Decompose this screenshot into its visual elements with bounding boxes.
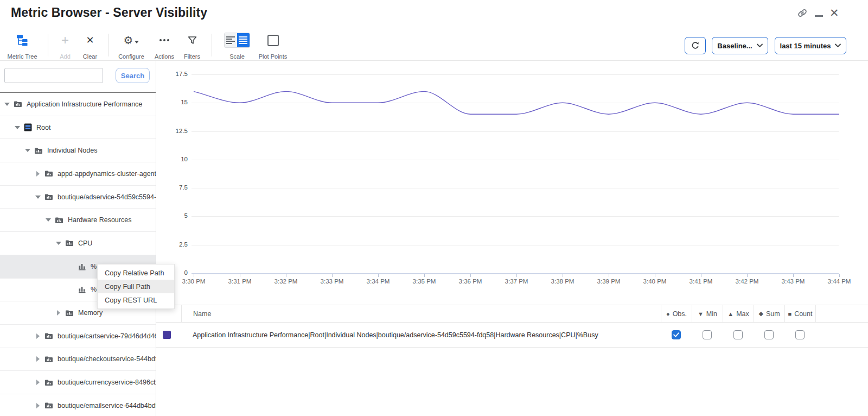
refresh-button[interactable] xyxy=(685,37,706,54)
metric-tree-button[interactable]: Metric Tree xyxy=(5,31,39,60)
caret-down-icon[interactable] xyxy=(3,103,11,106)
search-button[interactable]: Search xyxy=(116,68,150,83)
tree-item-root[interactable]: Root xyxy=(0,116,156,140)
gear-icon: ⚙ xyxy=(124,31,139,49)
caret-right-icon[interactable] xyxy=(34,380,42,385)
configure-button[interactable]: ⚙ Configure xyxy=(115,31,148,60)
obs-checkbox[interactable] xyxy=(672,330,681,339)
toolbar-separator xyxy=(212,34,212,56)
scale-log-icon-selected[interactable] xyxy=(237,33,250,47)
plot-points-box[interactable] xyxy=(267,35,279,46)
folder-chart-icon xyxy=(44,379,53,386)
sum-checkbox[interactable] xyxy=(764,330,774,339)
tree-item-appd-appdynamics-cluster-agent-app[interactable]: appd-appdynamics-cluster-agent-app xyxy=(0,162,156,186)
add-label: Add xyxy=(60,53,71,60)
folder-chart-icon xyxy=(55,217,63,224)
plot-points-checkbox[interactable]: Plot Points xyxy=(255,31,291,60)
caret-down-icon[interactable] xyxy=(24,149,31,152)
max-checkbox[interactable] xyxy=(733,330,743,339)
toolbar-separator xyxy=(108,34,109,56)
actions-label: Actions xyxy=(155,53,174,60)
caret-down-icon[interactable] xyxy=(34,196,42,199)
header-tail-cell xyxy=(815,305,868,322)
funnel-icon xyxy=(188,31,197,49)
tree-item-label: Hardware Resources xyxy=(68,216,131,224)
chart-line-series xyxy=(194,91,839,114)
metric-chart: 02.557.51012.51517.53:30 PM3:31 PM3:32 P… xyxy=(156,61,868,305)
count-checkbox[interactable] xyxy=(795,330,805,339)
tree-item-label: Individual Nodes xyxy=(47,147,97,154)
caret-right-icon[interactable] xyxy=(34,171,42,177)
caret-down-icon[interactable] xyxy=(14,126,21,129)
folder-chart-icon xyxy=(44,332,53,339)
min-glyph-icon: ▼ xyxy=(698,311,704,317)
add-icon: + xyxy=(61,31,69,49)
toolbar-separator xyxy=(48,34,48,56)
scale-linear-icon[interactable] xyxy=(225,33,237,47)
filters-label: Filters xyxy=(184,53,200,60)
clear-icon: ✕ xyxy=(86,31,94,49)
metric-path-text: Application Infrastructure Performance|R… xyxy=(181,331,661,339)
caret-down-icon[interactable] xyxy=(55,242,62,245)
clear-button[interactable]: ✕ Clear xyxy=(79,31,101,60)
metric-browser-window: { "window": { "title": "Metric Browser -… xyxy=(0,0,868,416)
ellipsis-icon xyxy=(159,31,169,49)
caret-right-icon[interactable] xyxy=(55,310,62,316)
column-header-count: ■Count xyxy=(784,305,815,322)
configure-label: Configure xyxy=(118,53,144,60)
folder-chart-icon xyxy=(14,100,22,108)
tree-item-hardware-resources[interactable]: Hardware Resources xyxy=(0,209,156,232)
tree-item-label: Application Infrastructure Performance xyxy=(27,100,142,108)
menu-item-copy-rest-url[interactable]: Copy REST URL xyxy=(98,293,174,307)
tree-item-boutique-cartservice-79d46d4d46-9b[interactable]: boutique/cartservice-79d46d4d46-9b xyxy=(0,325,156,348)
obs-glyph-icon: ● xyxy=(666,311,670,317)
min-checkbox[interactable] xyxy=(703,330,712,339)
tree-item-label: boutique/currencyservice-8496cb5c7 xyxy=(58,379,156,386)
tree-item-label: boutique/checkoutservice-544bdf649 xyxy=(58,355,156,363)
root-icon xyxy=(24,123,32,131)
baseline-dropdown[interactable]: Baseline... xyxy=(712,37,768,54)
metric-tree-icon xyxy=(16,31,29,49)
caret-down-icon[interactable] xyxy=(44,218,52,222)
series-color-swatch xyxy=(163,331,171,339)
tree-item-individual-nodes[interactable]: Individual Nodes xyxy=(0,139,156,162)
search-input[interactable] xyxy=(4,68,103,83)
count-glyph-icon: ■ xyxy=(788,311,792,317)
caret-right-icon[interactable] xyxy=(34,356,42,362)
tree-item-label: boutique/emailservice-644db4bdf8-lc xyxy=(58,402,156,409)
metric-tree-label: Metric Tree xyxy=(7,53,37,60)
tree-item-cpu[interactable]: CPU xyxy=(0,232,156,255)
time-range-dropdown[interactable]: last 15 minutes xyxy=(775,37,846,54)
tree-item-boutique-adservice-54d59c5594-fdq5[interactable]: boutique/adservice-54d59c5594-fdq5 xyxy=(0,186,156,209)
clear-label: Clear xyxy=(83,53,97,60)
tree-item-label: CPU xyxy=(78,239,92,247)
tree-item-boutique-emailservice-644db4bdf8-lc[interactable]: boutique/emailservice-644db4bdf8-lc xyxy=(0,394,156,416)
menu-item-copy-relative-path[interactable]: Copy Relative Path xyxy=(98,266,174,280)
folder-chart-icon xyxy=(44,170,53,177)
chevron-down-icon xyxy=(835,43,841,48)
tree-item-label: boutique/cartservice-79d46d4d46-9b xyxy=(58,332,156,340)
column-header-max: ▲Max xyxy=(723,305,754,322)
folder-chart-icon xyxy=(34,147,43,154)
actions-button[interactable]: Actions xyxy=(150,31,179,60)
tree-item-label: boutique/adservice-54d59c5594-fdq5 xyxy=(58,193,156,201)
close-icon[interactable]: ✕ xyxy=(829,7,839,20)
link-icon[interactable] xyxy=(796,7,808,21)
tree-item-label: appd-appdynamics-cluster-agent-app xyxy=(58,170,156,178)
tree-item-application-infrastructure-performance[interactable]: Application Infrastructure Performance xyxy=(0,93,156,116)
time-range-dropdown-label: last 15 minutes xyxy=(780,42,831,50)
minimize-icon[interactable] xyxy=(815,15,823,17)
caret-right-icon[interactable] xyxy=(34,333,42,339)
tree-item-label: Memory xyxy=(78,309,103,317)
name-column-header: Name xyxy=(181,305,661,322)
scale-toggle[interactable]: Scale xyxy=(221,31,253,60)
caret-right-icon[interactable] xyxy=(34,403,42,408)
tree-item-label: Root xyxy=(36,124,50,131)
filters-button[interactable]: Filters xyxy=(180,31,205,60)
tree-item-boutique-checkoutservice-544bdf649[interactable]: boutique/checkoutservice-544bdf649 xyxy=(0,348,156,371)
tree-item-boutique-currencyservice-8496cb5c7[interactable]: boutique/currencyservice-8496cb5c7 xyxy=(0,371,156,394)
column-header-obs: ●Obs. xyxy=(661,305,692,322)
chart-canvas xyxy=(156,61,868,305)
context-menu: Copy Relative PathCopy Full PathCopy RES… xyxy=(97,264,175,309)
menu-item-copy-full-path[interactable]: Copy Full Path xyxy=(98,280,174,293)
